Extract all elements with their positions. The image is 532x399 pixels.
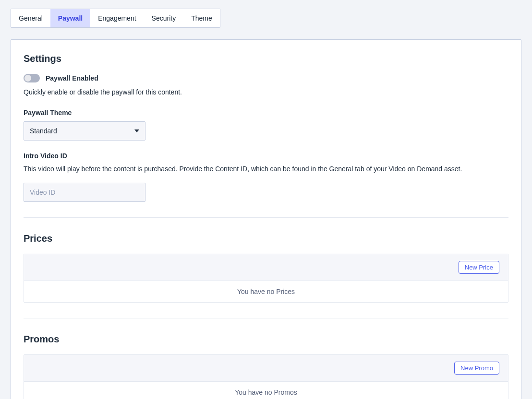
tab-engagement[interactable]: Engagement [90, 9, 144, 27]
intro-video-input[interactable] [24, 183, 145, 202]
promos-table: New Promo You have no Promos [24, 354, 508, 399]
tab-security[interactable]: Security [144, 9, 184, 27]
paywall-theme-value: Standard [30, 127, 57, 135]
intro-video-label: Intro Video ID [24, 152, 508, 160]
intro-video-group: Intro Video ID This video will play befo… [24, 152, 508, 202]
paywall-enabled-toggle[interactable] [24, 74, 40, 82]
toggle-knob [24, 75, 31, 82]
promos-title: Promos [24, 334, 508, 345]
intro-video-desc: This video will play before the content … [24, 164, 508, 174]
new-promo-button[interactable]: New Promo [454, 362, 499, 375]
paywall-enabled-row: Paywall Enabled [24, 74, 508, 82]
page-root: General Paywall Engagement Security Them… [0, 0, 532, 399]
divider [24, 318, 508, 318]
paywall-theme-group: Paywall Theme Standard [24, 109, 508, 141]
tabs-bar: General Paywall Engagement Security Them… [11, 9, 220, 28]
prices-empty: You have no Prices [24, 281, 508, 302]
prices-header: New Price [24, 254, 508, 281]
prices-table: New Price You have no Prices [24, 254, 508, 303]
paywall-enabled-desc: Quickly enable or disable the paywall fo… [24, 87, 508, 97]
promos-header: New Promo [24, 355, 508, 382]
settings-card: Settings Paywall Enabled Quickly enable … [11, 39, 521, 399]
paywall-enabled-label: Paywall Enabled [46, 74, 98, 82]
prices-title: Prices [24, 233, 508, 244]
settings-title: Settings [24, 53, 508, 64]
new-price-button[interactable]: New Price [459, 261, 499, 274]
tab-paywall[interactable]: Paywall [50, 9, 90, 27]
tab-theme[interactable]: Theme [183, 9, 220, 27]
paywall-theme-label: Paywall Theme [24, 109, 508, 117]
paywall-theme-select[interactable]: Standard [24, 121, 145, 141]
caret-down-icon [134, 129, 139, 132]
tab-general[interactable]: General [11, 9, 50, 27]
divider [24, 217, 508, 218]
promos-empty: You have no Promos [24, 382, 508, 399]
